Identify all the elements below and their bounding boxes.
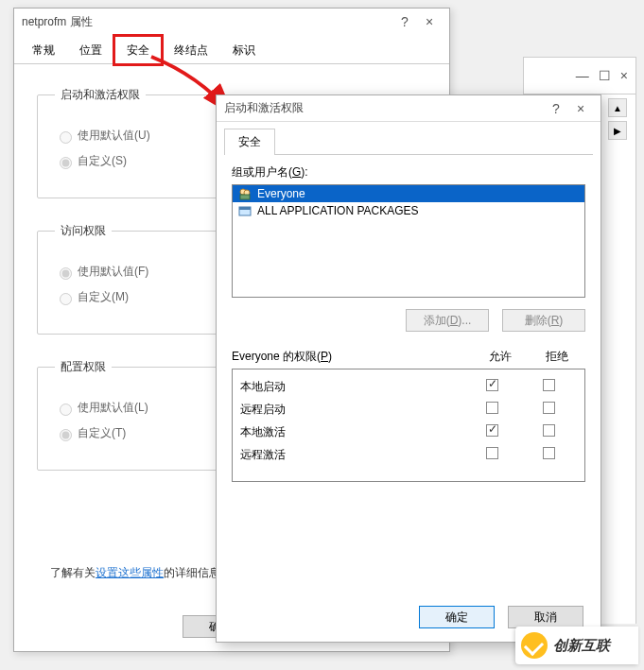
deny-checkbox[interactable]	[543, 379, 555, 391]
users-listbox[interactable]: Everyone ALL APPLICATION PACKAGES	[232, 184, 585, 298]
dlg2-tab-security[interactable]: 安全	[224, 129, 275, 155]
background-window-controls: — ☐ ×	[523, 57, 636, 94]
access-legend: 访问权限	[55, 223, 112, 239]
perm-row: 远程激活	[240, 443, 577, 466]
dlg1-tabs: 常规 位置 安全 终结点 标识	[14, 35, 449, 64]
allow-checkbox[interactable]	[486, 402, 498, 414]
bgwin-min-icon[interactable]: —	[576, 68, 589, 83]
svg-rect-2	[240, 195, 250, 199]
tab-endpoints[interactable]: 终结点	[162, 36, 220, 64]
user-buttons: 添加(D)... 删除(R)	[232, 309, 585, 332]
dlg1-footer-link[interactable]: 设置这些属性	[96, 566, 164, 579]
list-item-label: ALL APPLICATION PACKAGES	[257, 204, 419, 217]
perm-row: 远程启动	[240, 398, 577, 421]
allow-checkbox[interactable]	[486, 447, 498, 459]
remove-button[interactable]: 删除(R)	[502, 309, 585, 332]
dlg2-body: 组或用户名(G): Everyone ALL APPLICATION PACKA…	[217, 155, 600, 491]
perm-name: 远程激活	[240, 447, 463, 463]
dlg2-close-icon[interactable]: ×	[568, 101, 593, 116]
dlg1-title: netprofm 属性	[22, 14, 392, 30]
tab-security[interactable]: 安全	[114, 36, 162, 64]
dlg1-close-icon[interactable]: ×	[417, 14, 442, 29]
perm-row: 本地激活	[240, 421, 577, 443]
watermark-icon	[521, 632, 548, 659]
group-icon	[238, 187, 252, 200]
deny-checkbox[interactable]	[543, 447, 555, 459]
col-deny: 拒绝	[529, 349, 585, 365]
perm-name: 本地启动	[240, 379, 463, 395]
deny-checkbox[interactable]	[543, 402, 555, 414]
tab-general[interactable]: 常规	[20, 36, 67, 64]
perm-name: 远程启动	[240, 402, 463, 418]
permissions-dialog: 启动和激活权限 ? × 安全 组或用户名(G): Everyone ALL AP…	[216, 94, 601, 643]
watermark-logo: 创新互联	[515, 627, 638, 664]
add-button[interactable]: 添加(D)...	[406, 309, 489, 332]
dlg1-help-icon[interactable]: ?	[392, 14, 417, 29]
dlg2-titlebar: 启动和激活权限 ? ×	[217, 95, 600, 122]
background-window-scroll: ▲ ▶	[599, 94, 636, 624]
users-label: 组或用户名(G):	[232, 164, 585, 180]
bgwin-close-icon[interactable]: ×	[620, 68, 628, 83]
tab-location[interactable]: 位置	[67, 36, 114, 64]
permissions-label: Everyone 的权限(P)	[232, 349, 472, 365]
scroll-up-icon[interactable]: ▲	[608, 98, 627, 117]
deny-checkbox[interactable]	[543, 424, 555, 437]
config-legend: 配置权限	[55, 359, 112, 375]
package-icon	[238, 204, 252, 217]
svg-rect-4	[239, 207, 251, 210]
dlg2-tabs: 安全	[217, 122, 600, 154]
dlg2-cancel-button[interactable]: 取消	[508, 606, 583, 628]
allow-checkbox[interactable]	[486, 424, 498, 437]
permissions-header: Everyone 的权限(P) 允许 拒绝	[232, 349, 585, 365]
launch-legend: 启动和激活权限	[55, 87, 146, 103]
tab-identity[interactable]: 标识	[220, 36, 268, 64]
permissions-table: 本地启动 远程启动 本地激活 远程激活	[232, 369, 585, 482]
scroll-play-icon[interactable]: ▶	[608, 121, 627, 140]
dlg2-help-icon[interactable]: ?	[544, 101, 568, 116]
perm-name: 本地激活	[240, 424, 463, 440]
bgwin-max-icon[interactable]: ☐	[599, 68, 611, 83]
watermark-text: 创新互联	[553, 637, 610, 655]
dlg1-footer-text: 了解有关设置这些属性的详细信息。	[50, 565, 232, 581]
dlg2-ok-button[interactable]: 确定	[419, 606, 495, 628]
dlg1-titlebar: netprofm 属性 ? ×	[14, 9, 449, 35]
dlg2-title: 启动和激活权限	[224, 100, 544, 116]
list-item-allpkg[interactable]: ALL APPLICATION PACKAGES	[233, 202, 584, 219]
dlg2-button-row: 确定 取消	[419, 606, 583, 628]
list-item-label: Everyone	[257, 187, 305, 200]
allow-checkbox[interactable]	[486, 379, 498, 391]
col-allow: 允许	[472, 349, 529, 365]
perm-row: 本地启动	[240, 375, 577, 398]
list-item-everyone[interactable]: Everyone	[233, 185, 584, 202]
